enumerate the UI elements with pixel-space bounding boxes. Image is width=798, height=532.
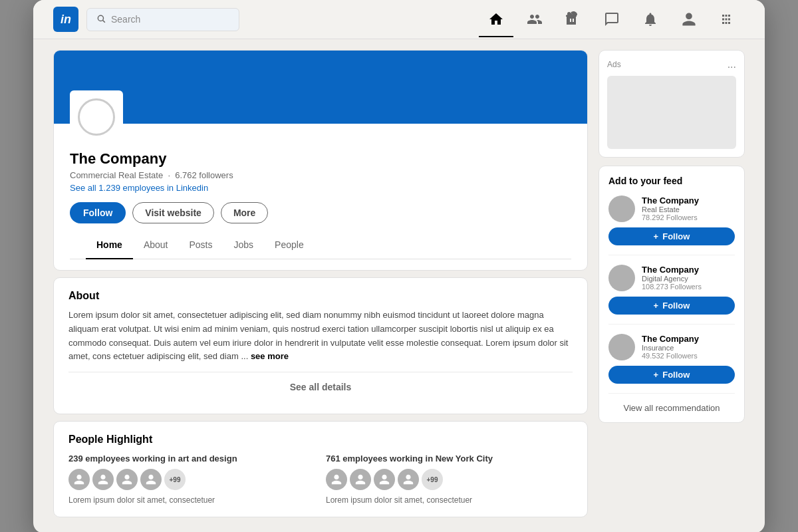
avatar-2 (92, 469, 114, 490)
people-group-2-title: 761 employees working in New York City (326, 454, 573, 464)
linkedin-logo[interactable]: in (53, 7, 78, 32)
visit-website-button[interactable]: Visit website (132, 202, 214, 223)
feed-follow-button-3[interactable]: + Follow (608, 366, 735, 384)
company-banner (54, 51, 587, 124)
feed-followers-2: 108.273 Followers (642, 283, 702, 291)
nav-jobs[interactable] (556, 9, 591, 30)
feed-item-2: The Company Digital Agency 108.273 Follo… (608, 265, 735, 325)
avatar-4 (140, 469, 162, 490)
ads-header: Ads ... (607, 59, 736, 70)
company-employees-link[interactable]: See all 1.239 employees in Linkedin (70, 183, 571, 193)
about-title: About (68, 290, 573, 302)
plus-icon-2: + (654, 301, 659, 311)
see-more-link[interactable]: see more (251, 351, 289, 361)
feed-info-2: The Company Digital Agency 108.273 Follo… (642, 265, 702, 291)
feed-type-3: Insurance (642, 344, 699, 352)
company-tabs: Home About Posts Jobs People (70, 231, 571, 259)
tab-jobs[interactable]: Jobs (223, 231, 265, 259)
company-meta: Commercial Real Estate · 6.762 followers (70, 170, 571, 180)
people-card: People Highlight 239 employees working i… (53, 421, 588, 517)
feed-followers-3: 49.532 Followers (642, 352, 699, 360)
nav-profile[interactable] (672, 9, 706, 30)
people-grid: 239 employees working in art and design (68, 454, 573, 505)
feed-avatar-1 (608, 196, 635, 222)
see-all-details-button[interactable]: See all details (68, 372, 573, 402)
view-all-link[interactable]: View all recommendation (608, 403, 735, 413)
people-highlight-title: People Highlight (68, 434, 573, 446)
svg-line-1 (103, 20, 105, 22)
feed-type-2: Digital Agency (642, 275, 702, 283)
people-group-1: 239 employees working in art and design (68, 454, 315, 505)
avatar-row-2: +99 (326, 469, 573, 490)
company-logo-wrapper (70, 90, 123, 144)
feed-card: Add to your feed The Company Real Estate… (598, 166, 745, 423)
about-text: Lorem ipsum dolor sit amet, consectetuer… (68, 309, 573, 364)
avatar-more-2: +99 (422, 469, 443, 490)
feed-follow-button-2[interactable]: + Follow (608, 297, 735, 315)
feed-title: Add to your feed (608, 176, 735, 186)
tab-posts[interactable]: Posts (179, 231, 223, 259)
nav-icons (479, 9, 745, 30)
feed-item-3-top: The Company Insurance 49.532 Followers (608, 334, 735, 360)
feed-type-1: Real Estate (642, 205, 699, 213)
nav-network[interactable] (517, 9, 552, 30)
ads-card: Ads ... (598, 50, 745, 158)
people-group-1-title: 239 employees working in art and design (68, 454, 315, 464)
company-name: The Company (70, 150, 571, 168)
feed-info-1: The Company Real Estate 78.292 Followers (642, 196, 699, 221)
ads-placeholder (607, 76, 736, 149)
left-panel: The Company Commercial Real Estate · 6.7… (53, 50, 588, 517)
avatar-more-1: +99 (164, 469, 186, 490)
feed-followers-1: 78.292 Followers (642, 213, 699, 221)
browser-window: in Search (33, 0, 765, 532)
feed-name-3: The Company (642, 334, 699, 344)
plus-icon-1: + (654, 231, 659, 241)
feed-avatar-3 (608, 334, 635, 360)
company-info: The Company Commercial Real Estate · 6.7… (54, 124, 587, 270)
svg-point-0 (98, 15, 103, 21)
tab-people[interactable]: People (264, 231, 315, 259)
plus-icon-3: + (654, 370, 659, 380)
about-card: About Lorem ipsum dolor sit amet, consec… (53, 277, 588, 414)
company-actions: Follow Visit website More (70, 202, 571, 223)
avatar-3 (116, 469, 138, 490)
people-sub-2: Lorem ipsum dolor sit amet, consectetuer (326, 495, 573, 505)
tab-home[interactable]: Home (86, 231, 133, 259)
people-sub-1: Lorem ipsum dolor sit amet, consectetuer (68, 495, 315, 505)
avatar-5 (326, 469, 347, 490)
avatar-7 (374, 469, 395, 490)
feed-item-1-top: The Company Real Estate 78.292 Followers (608, 196, 735, 222)
right-panel: Ads ... Add to your feed The Company Rea… (598, 50, 745, 517)
avatar-8 (398, 469, 419, 490)
nav-home[interactable] (479, 9, 513, 30)
search-input[interactable]: Search (111, 14, 140, 25)
feed-info-3: The Company Insurance 49.532 Followers (642, 334, 699, 360)
feed-item-3: The Company Insurance 49.532 Followers +… (608, 334, 735, 394)
feed-name-2: The Company (642, 265, 702, 275)
avatar-6 (350, 469, 371, 490)
ads-more-button[interactable]: ... (728, 59, 736, 70)
company-logo (78, 98, 115, 136)
nav-grid[interactable] (710, 9, 745, 30)
nav-messages[interactable] (595, 9, 629, 30)
company-card: The Company Commercial Real Estate · 6.7… (53, 50, 588, 271)
follow-button[interactable]: Follow (70, 202, 126, 223)
search-bar[interactable]: Search (86, 8, 239, 31)
people-group-2: 761 employees working in New York City (326, 454, 573, 505)
feed-name-1: The Company (642, 196, 699, 205)
main-content: The Company Commercial Real Estate · 6.7… (33, 39, 765, 532)
avatar-row-1: +99 (68, 469, 315, 490)
feed-avatar-2 (608, 265, 635, 291)
feed-item-1: The Company Real Estate 78.292 Followers… (608, 196, 735, 255)
feed-follow-button-1[interactable]: + Follow (608, 227, 735, 245)
avatar-1 (68, 469, 90, 490)
navbar: in Search (33, 0, 765, 39)
search-icon (96, 14, 106, 25)
ads-label: Ads (607, 60, 621, 69)
more-button[interactable]: More (221, 202, 268, 223)
feed-item-2-top: The Company Digital Agency 108.273 Follo… (608, 265, 735, 291)
tab-about[interactable]: About (133, 231, 179, 259)
nav-notifications[interactable] (633, 9, 668, 30)
